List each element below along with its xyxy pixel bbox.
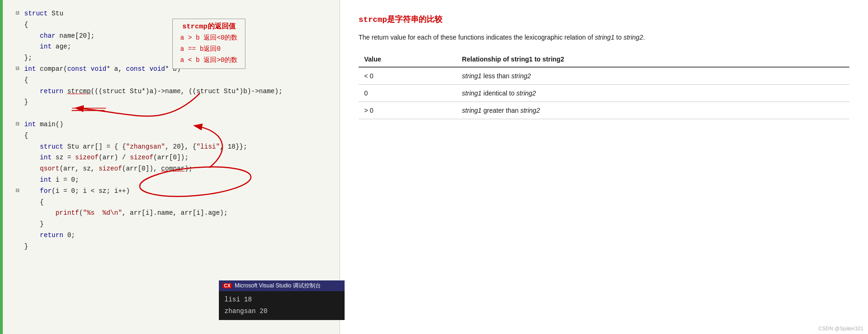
fold-icon: ⊟ [16,8,24,19]
code-line-close-brace-2: } [16,97,335,108]
code-line-int-sz: int sz = sizeof(arr) / sizeof(arr[0]); [16,152,335,164]
table-cell-value-3: > 0 [359,102,456,119]
console-title-bar: CX Microsoft Visual Studio 调试控制台 [219,280,345,291]
code-line-open-brace-2: { [16,75,335,86]
console-output-line-1: lisi 18 [224,294,339,306]
code-line-arr-init: struct Stu arr[] = { {"zhangsan", 20}, {… [16,142,335,153]
table-row-2: 0 string1 identical to string2 [359,85,849,102]
fold-icon-2: ⊟ [16,64,24,74]
annotation-title: strcmp的返回值 [180,22,237,31]
table-cell-relation-1: string1 less than string2 [456,67,849,85]
code-line-close-brace-4: } [16,219,335,230]
annotation-line-3: a < b 返回>0的数 [180,55,237,66]
console-title: Microsoft Visual Studio 调试控制台 [235,282,321,290]
annotation-line-1: a > b 返回<0的数 [180,33,237,44]
table-cell-relation-3: string1 greater than string2 [456,102,849,119]
annotation-line-2: a == b返回0 [180,44,237,55]
annotation-box: strcmp的返回值 a > b 返回<0的数 a == b返回0 a < b … [172,19,245,69]
code-line-open-brace-3: { [16,130,335,142]
doc-title: strcmp是字符串的比较 [359,14,849,25]
watermark: CSDN @Später321 [819,326,863,331]
code-line-main-header: ⊟ int main() [16,119,335,130]
table-cell-value-1: < 0 [359,67,456,85]
table-row-3: > 0 string1 greater than string2 [359,102,849,119]
console-body: lisi 18 zhangsan 20 [219,291,345,320]
code-line-printf: printf("%s %d\n", arr[i].name, arr[i].ag… [16,208,335,219]
console-box: CX Microsoft Visual Studio 调试控制台 lisi 18… [219,280,345,320]
code-line-close-brace-main: } [16,241,335,252]
doc-table: Value Relationship of string1 to string2… [359,52,849,119]
code-line-struct-header: ⊟ struct Stu [16,8,335,20]
table-header-value: Value [359,52,456,67]
table-cell-value-2: 0 [359,85,456,102]
code-line-for: ⊟ for(i = 0; i < sz; i++) [16,186,335,197]
table-row-1: < 0 string1 less than string2 [359,67,849,85]
table-header-relationship: Relationship of string1 to string2 [456,52,849,67]
doc-panel: strcmp是字符串的比较 The return value for each … [340,0,868,334]
doc-description: The return value for each of these funct… [359,32,849,42]
fold-icon-3: ⊟ [16,119,24,130]
green-bar [0,0,3,334]
code-line-int-i: int i = 0; [16,175,335,186]
code-line-return-0: return 0; [16,230,335,241]
code-panel: strcmp的返回值 a > b 返回<0的数 a == b返回0 a < b … [0,0,340,334]
code-line-open-brace-4: { [16,197,335,208]
code-line-blank [16,108,335,119]
code-line-qsort: qsort(arr, sz, sizeof(arr[0]), compar); [16,164,335,175]
table-cell-relation-2: string1 identical to string2 [456,85,849,102]
console-output-line-2: zhangsan 20 [224,306,339,317]
console-icon: CX [223,283,232,288]
code-line-return-strcmp: return strcmp(((struct Stu*)a)->name, ((… [16,86,335,97]
fold-icon-4: ⊟ [16,186,24,196]
